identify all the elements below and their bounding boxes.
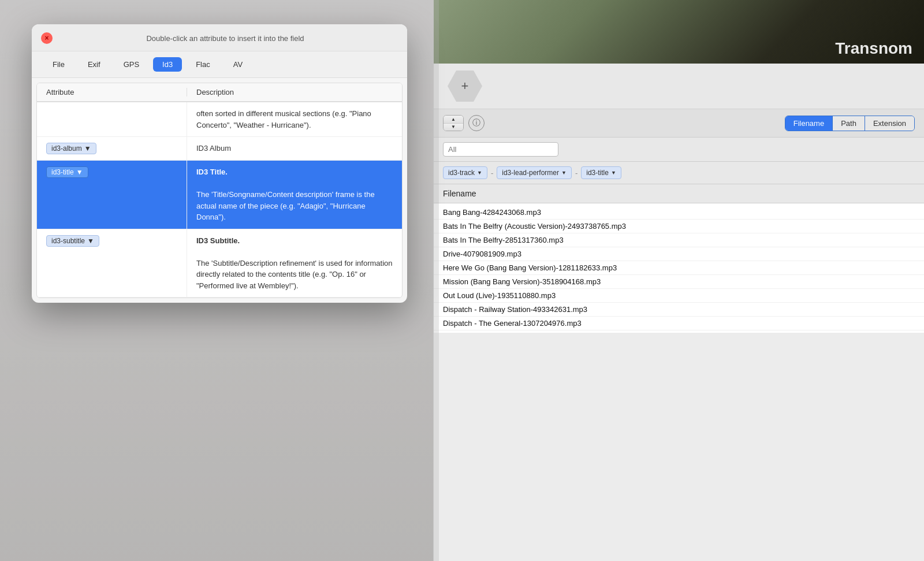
add-hex-button[interactable]: + — [448, 70, 482, 102]
separator-2: - — [575, 169, 578, 177]
attr-pill-subtitle-arrow: ▼ — [87, 237, 94, 245]
td-description-subtitle: ID3 Subtitle. The 'Subtitle/Description … — [187, 229, 402, 298]
controls-row: ▲ ▼ ⓘ Filename Path Extension — [434, 109, 924, 138]
tab-exif[interactable]: Exif — [79, 57, 110, 72]
filename-item[interactable]: Dispatch - Railway Station-493342631.mp3 — [434, 303, 924, 317]
attr-pill-subtitle[interactable]: id3-subtitle ▼ — [46, 235, 99, 247]
app-title: Transnom — [835, 39, 912, 58]
tab-gps[interactable]: GPS — [114, 57, 148, 72]
filename-item[interactable]: Drive-4079081909.mp3 — [434, 247, 924, 261]
td-description-subtitle-main: ID3 Subtitle. — [196, 236, 240, 245]
filter-input[interactable] — [443, 142, 558, 157]
tab-av[interactable]: AV — [224, 57, 252, 72]
segment-extension[interactable]: Extension — [865, 116, 914, 131]
filename-item[interactable]: Bang Bang-4284243068.mp3 — [434, 206, 924, 220]
info-button[interactable]: ⓘ — [468, 115, 485, 131]
attribute-table: Attribute Description often sorted in di… — [36, 83, 403, 298]
attr-pill-title[interactable]: id3-title ▼ — [46, 166, 88, 178]
tag-pill-track-label: id3-track — [448, 169, 475, 177]
panel-header: Transnom — [434, 0, 924, 64]
close-button[interactable]: × — [41, 32, 53, 44]
stepper-up-icon[interactable]: ▲ — [444, 116, 463, 124]
tag-pill-title-label: id3-title — [586, 169, 609, 177]
attr-pill-subtitle-label: id3-subtitle — [51, 237, 85, 245]
attr-pill-title-label: id3-title — [51, 168, 74, 176]
table-row[interactable]: id3-album ▼ ID3 Album — [37, 137, 402, 161]
attr-pill-title-arrow: ▼ — [76, 168, 83, 176]
filename-item[interactable]: Here We Go (Bang Bang Version)-128118263… — [434, 261, 924, 275]
table-row[interactable]: often sorted in different musical sectio… — [37, 102, 402, 137]
tag-pill-performer-arrow: ▼ — [561, 170, 567, 176]
attr-pill-album-arrow: ▼ — [84, 144, 91, 153]
plus-icon: + — [461, 79, 469, 94]
table-row-selected[interactable]: id3-title ▼ ID3 Title. The 'Title/Songna… — [37, 161, 402, 229]
separator-1: - — [491, 169, 493, 177]
td-attribute-subtitle: id3-subtitle ▼ — [37, 229, 187, 298]
segment-filename[interactable]: Filename — [785, 116, 833, 131]
modal-title: Double-click an attribute to insert it i… — [53, 34, 398, 43]
view-segment-group: Filename Path Extension — [785, 116, 915, 131]
attr-pill-album[interactable]: id3-album ▼ — [46, 143, 96, 154]
td-description-album: ID3 Album — [187, 137, 402, 160]
filename-list: Bang Bang-4284243068.mp3 Bats In The Bel… — [434, 203, 924, 333]
tag-pill-performer-label: id3-lead-performer — [502, 169, 559, 177]
modal-titlebar: × Double-click an attribute to insert it… — [32, 24, 407, 51]
segment-path[interactable]: Path — [833, 116, 865, 131]
filename-item[interactable]: Bats In The Belfry-2851317360.mp3 — [434, 233, 924, 247]
filename-item[interactable]: Mission (Bang Bang Version)-3518904168.m… — [434, 275, 924, 289]
filename-list-header: Filename — [434, 184, 924, 203]
tab-file[interactable]: File — [43, 57, 74, 72]
attribute-modal: × Double-click an attribute to insert it… — [32, 24, 407, 303]
table-body: often sorted in different musical sectio… — [37, 102, 402, 298]
filename-item[interactable]: Out Loud (Live)-1935110880.mp3 — [434, 289, 924, 303]
tag-pill-track[interactable]: id3-track ▼ — [443, 166, 487, 179]
table-row[interactable]: id3-subtitle ▼ ID3 Subtitle. The 'Subtit… — [37, 229, 402, 298]
filename-item[interactable]: Dispatch - The General-1307204976.mp3 — [434, 317, 924, 330]
col-header-description: Description — [187, 88, 402, 96]
td-attribute-partial — [37, 102, 187, 136]
stepper-control[interactable]: ▲ ▼ — [443, 115, 464, 131]
tag-pill-title[interactable]: id3-title ▼ — [581, 166, 621, 179]
stepper-down-icon[interactable]: ▼ — [444, 124, 463, 131]
tag-pill-track-arrow: ▼ — [477, 170, 482, 176]
modal-overlay: × Double-click an attribute to insert it… — [0, 0, 439, 561]
table-header: Attribute Description — [37, 83, 402, 102]
col-header-attribute: Attribute — [37, 88, 187, 96]
right-panel: Transnom + ▲ ▼ ⓘ Filename Path Extension… — [433, 0, 924, 561]
panel-controls-row: + — [434, 64, 924, 109]
td-attribute-title: id3-title ▼ — [37, 161, 187, 229]
tab-flac[interactable]: Flac — [187, 57, 219, 72]
td-description-title: ID3 Title. The 'Title/Songname/Content d… — [187, 161, 402, 229]
tab-id3[interactable]: Id3 — [153, 57, 182, 72]
tag-pill-performer[interactable]: id3-lead-performer ▼ — [497, 166, 572, 179]
td-description-title-main: ID3 Title. — [196, 168, 228, 176]
td-description-partial: often sorted in different musical sectio… — [187, 102, 402, 136]
attr-pill-album-label: id3-album — [51, 144, 82, 153]
tag-pills-row: id3-track ▼ - id3-lead-performer ▼ - id3… — [434, 162, 924, 184]
tab-bar: File Exif GPS Id3 Flac AV — [32, 51, 407, 78]
tag-pill-title-arrow: ▼ — [611, 170, 616, 176]
filter-row — [434, 138, 924, 162]
td-attribute-album: id3-album ▼ — [37, 137, 187, 160]
filename-item[interactable]: Bats In The Belfry (Acoustic Version)-24… — [434, 220, 924, 233]
